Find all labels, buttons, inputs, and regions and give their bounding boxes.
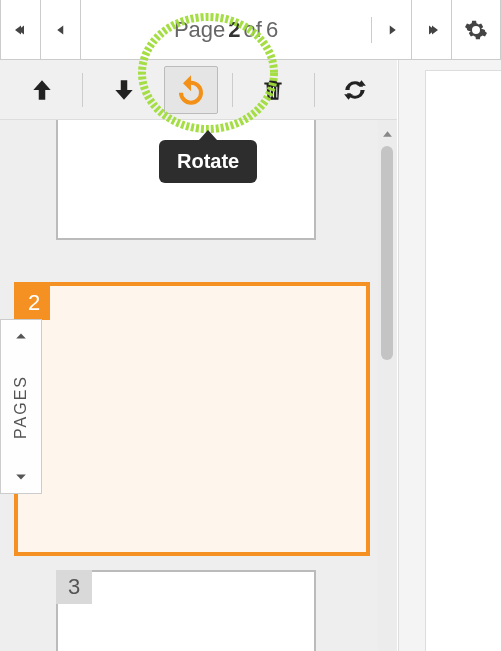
separator <box>314 73 315 107</box>
scrollbar-thumb[interactable] <box>381 146 393 360</box>
page-actions-toolbar <box>0 60 397 120</box>
rotate-tooltip: Rotate <box>159 140 257 183</box>
page-current: 2 <box>225 17 243 43</box>
reload-button[interactable] <box>328 66 382 114</box>
chevron-down-icon <box>15 471 27 483</box>
delete-button[interactable] <box>246 66 300 114</box>
page-thumbnail[interactable]: 3 <box>56 570 316 651</box>
page-thumbnail-selected[interactable]: 2 <box>14 282 370 556</box>
page-indicator: Page 2 of 6 <box>81 17 372 43</box>
prev-page-button[interactable] <box>41 0 81 59</box>
thumbnail-panel: 2 3 <box>0 120 397 651</box>
separator <box>82 73 83 107</box>
thumbnail-scrollbar[interactable] <box>378 120 397 651</box>
page-mid: of <box>244 17 262 43</box>
rotate-button[interactable] <box>164 66 218 114</box>
last-page-button[interactable] <box>412 0 452 59</box>
pagination-bar: Page 2 of 6 <box>0 0 501 60</box>
move-up-button[interactable] <box>15 66 69 114</box>
chevron-up-icon <box>15 330 27 342</box>
scroll-up-icon <box>382 126 393 144</box>
page-number-badge: 2 <box>18 286 50 320</box>
move-down-button[interactable] <box>97 66 151 114</box>
settings-button[interactable] <box>452 0 500 59</box>
pages-tab-label: PAGES <box>12 375 30 439</box>
pages-side-tab[interactable]: PAGES <box>0 319 42 494</box>
first-page-button[interactable] <box>1 0 41 59</box>
page-number-badge: 3 <box>56 570 92 604</box>
page-total: 6 <box>262 17 278 43</box>
document-viewer-edge <box>398 60 501 651</box>
next-page-button[interactable] <box>372 0 412 59</box>
separator <box>232 73 233 107</box>
document-page <box>425 70 501 651</box>
page-pre: Page <box>174 17 225 43</box>
